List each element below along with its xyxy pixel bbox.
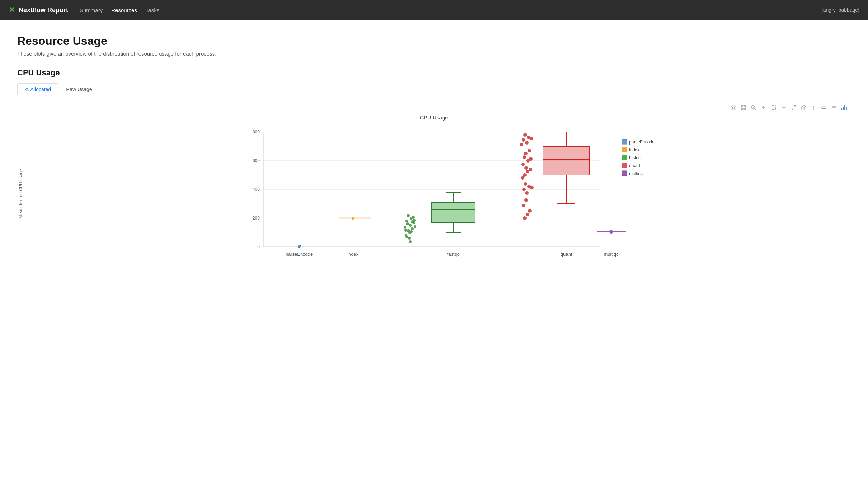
svg-point-48 [410,230,413,233]
svg-point-46 [414,225,416,228]
svg-point-51 [407,214,410,217]
main-content: Resource Usage These plots give an overv… [0,20,868,301]
toolbar-box-select-icon[interactable] [770,104,778,112]
svg-rect-88 [543,146,590,175]
svg-point-0 [732,107,734,109]
toolbar-zoom-icon[interactable] [750,104,758,112]
svg-point-53 [404,229,407,232]
svg-point-65 [530,137,533,140]
nav-resources[interactable]: Resources [111,7,137,13]
svg-point-38 [411,227,414,230]
nav-summary[interactable]: Summary [80,7,103,13]
y-axis-label: % single core CPU usage [17,125,24,263]
svg-point-71 [521,163,525,166]
svg-point-81 [525,191,529,195]
page-title: Resource Usage [17,34,851,48]
toolbar-hover-icon[interactable] [820,104,828,112]
tab-raw-usage[interactable]: Raw Usage [58,83,99,95]
toolbar-plus-icon[interactable] [760,104,768,112]
svg-point-82 [530,186,534,189]
toolbar-minus-icon[interactable] [780,104,788,112]
navbar-brand: ✕ Nextflow Report [9,5,68,15]
navbar-user: [angry_babbage] [822,7,859,13]
svg-rect-101 [622,139,627,144]
svg-point-68 [528,149,531,152]
svg-text:800: 800 [253,130,260,135]
svg-point-67 [524,152,528,155]
svg-point-63 [522,138,525,142]
svg-point-37 [405,220,408,222]
toolbar-compare-icon[interactable] [830,104,838,112]
svg-rect-1 [741,105,746,110]
svg-rect-18 [844,105,845,110]
svg-point-86 [526,213,529,216]
chart-wrapper: % single core CPU usage 0 2 [17,125,851,263]
svg-point-44 [412,216,415,219]
tab-bar: % Allocated Raw Usage [17,83,851,95]
svg-point-61 [523,133,527,137]
svg-point-75 [523,173,527,177]
svg-point-72 [529,157,533,161]
svg-point-80 [522,188,526,191]
svg-point-85 [528,209,532,213]
svg-rect-19 [846,107,847,110]
svg-point-77 [521,176,524,180]
svg-text:600: 600 [253,158,260,163]
chart-toolbar: ⋮ [17,104,851,112]
chart-svg: 0 200 400 600 800 [27,125,851,261]
svg-point-87 [523,216,527,220]
toolbar-home-icon[interactable] [800,104,808,112]
svg-rect-12 [822,107,826,108]
svg-rect-8 [772,106,776,110]
brand-icon: ✕ [9,5,15,15]
svg-text:quant: quant [629,163,640,168]
toolbar-save-icon[interactable] [740,104,747,112]
navbar-left: ✕ Nextflow Report Summary Resources Task… [9,5,159,15]
svg-text:parseEncode: parseEncode [286,251,313,257]
page-subtitle: These plots give an overview of the dist… [17,51,851,57]
nav-tasks[interactable]: Tasks [146,7,159,13]
svg-point-52 [409,240,412,243]
svg-text:200: 200 [253,216,260,221]
svg-point-47 [408,237,411,240]
brand-name: Nextflow Report [19,6,68,14]
toolbar-chart-icon[interactable] [840,104,848,112]
toolbar-camera-icon[interactable] [730,104,737,112]
svg-rect-55 [432,202,475,222]
svg-point-78 [524,182,527,186]
svg-text:fastqc: fastqc [629,155,641,160]
svg-point-34 [352,217,354,220]
section-title: CPU Usage [17,68,851,77]
svg-text:index: index [629,147,640,152]
svg-text:multiqc: multiqc [629,171,643,176]
svg-point-64 [525,141,529,145]
svg-point-73 [524,166,528,170]
svg-point-76 [529,168,532,171]
toolbar-autoscale-icon[interactable] [790,104,798,112]
svg-rect-16 [841,108,842,110]
svg-point-54 [413,219,416,222]
nav-links: Summary Resources Tasks [80,7,159,13]
toolbar-spike-icon[interactable]: ⋮ [810,104,818,112]
svg-text:multiqc: multiqc [604,251,619,257]
svg-point-66 [520,143,523,146]
svg-point-84 [522,204,525,207]
svg-text:parseEncode: parseEncode [629,140,655,145]
svg-line-3 [754,108,756,110]
svg-text:index: index [347,251,359,257]
svg-rect-109 [622,171,627,176]
svg-text:400: 400 [253,187,260,192]
svg-rect-103 [622,147,627,152]
svg-rect-105 [622,155,627,160]
svg-point-36 [409,224,412,227]
navbar: ✕ Nextflow Report Summary Resources Task… [0,0,868,20]
svg-point-83 [524,198,528,202]
tab-allocated[interactable]: % Allocated [17,83,58,95]
svg-text:fastqc: fastqc [447,251,460,257]
svg-rect-107 [622,163,627,168]
svg-text:0: 0 [257,244,260,249]
chart-container: CPU Usage % single core CPU usage [17,114,851,287]
chart-title: CPU Usage [17,114,851,121]
svg-point-43 [406,222,409,225]
svg-text:quant: quant [561,251,572,257]
